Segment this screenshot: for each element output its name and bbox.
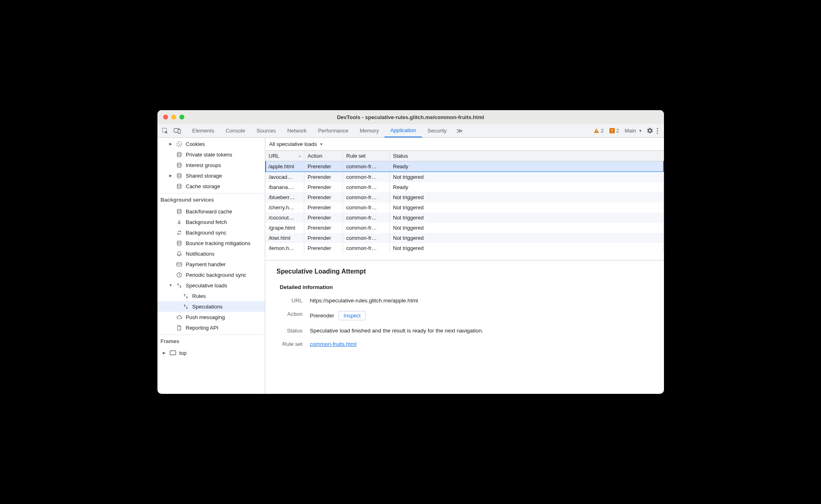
cell-ruleset: common-fr… bbox=[343, 223, 390, 233]
table-row[interactable]: /blueberr…Prerendercommon-fr…Not trigger… bbox=[266, 192, 664, 202]
speculations-panel: All speculative loads ▼ URL Action Rule … bbox=[265, 138, 664, 394]
cell-ruleset: common-fr… bbox=[343, 172, 390, 182]
cell-ruleset: common-fr… bbox=[343, 192, 390, 202]
cell-action: Prerender bbox=[304, 202, 343, 213]
devtools-window: DevTools - speculative-rules.glitch.me/c… bbox=[157, 110, 664, 394]
tab-elements[interactable]: Elements bbox=[187, 124, 220, 137]
sidebar-category: Background services bbox=[157, 193, 265, 206]
frame-icon bbox=[170, 350, 176, 356]
svg-rect-3 bbox=[596, 130, 596, 131]
clock-icon bbox=[176, 272, 183, 278]
cell-status: Not triggered bbox=[390, 243, 664, 253]
chevron-down-icon: ▼ bbox=[639, 129, 642, 133]
warnings-badge[interactable]: 2 bbox=[594, 128, 604, 134]
svg-point-15 bbox=[177, 152, 181, 154]
col-header-ruleset[interactable]: Rule set bbox=[343, 151, 390, 161]
cell-action: Prerender bbox=[304, 172, 343, 182]
filter-bar[interactable]: All speculative loads ▼ bbox=[265, 138, 664, 151]
cell-action: Prerender bbox=[304, 182, 343, 192]
col-header-status[interactable]: Status bbox=[390, 151, 664, 161]
sidebar-item[interactable]: Notifications bbox=[157, 248, 265, 259]
cell-status: Not triggered bbox=[390, 202, 664, 213]
sidebar-item-label: Interest groups bbox=[186, 162, 221, 168]
sidebar-item[interactable]: Background sync bbox=[157, 227, 265, 238]
sidebar-item[interactable]: Private state tokens bbox=[157, 149, 265, 160]
sidebar-item[interactable]: Interest groups bbox=[157, 160, 265, 170]
issues-badge[interactable]: 2 bbox=[609, 128, 619, 134]
sidebar-item[interactable]: Back/forward cache bbox=[157, 206, 265, 217]
sidebar-item[interactable]: Speculations bbox=[157, 301, 265, 312]
db-icon bbox=[176, 240, 183, 246]
tabs-overflow-icon[interactable]: ≫ bbox=[452, 124, 467, 137]
sidebar-item[interactable]: Rules bbox=[157, 291, 265, 301]
svg-point-20 bbox=[177, 241, 181, 242]
sidebar-item-label: Background fetch bbox=[186, 219, 227, 225]
cell-url: /banana.… bbox=[266, 182, 304, 192]
cell-action: Prerender bbox=[304, 192, 343, 202]
svg-point-19 bbox=[177, 209, 181, 211]
device-toolbar-icon[interactable] bbox=[171, 125, 183, 137]
tab-performance[interactable]: Performance bbox=[312, 124, 354, 137]
detail-url-value: https://speculative-rules.glitch.me/appl… bbox=[310, 298, 653, 304]
sidebar-item[interactable]: ▶top bbox=[157, 348, 265, 358]
sidebar-item[interactable]: Payment handler bbox=[157, 259, 265, 269]
application-sidebar: ▶CookiesPrivate state tokensInterest gro… bbox=[157, 138, 265, 394]
cell-url: /apple.html bbox=[266, 161, 304, 172]
issue-icon bbox=[609, 128, 615, 133]
cell-url: /avocad… bbox=[266, 172, 304, 182]
panel-tabs: Elements Console Sources Network Perform… bbox=[187, 124, 467, 137]
svg-point-14 bbox=[179, 145, 179, 146]
sidebar-item[interactable]: ▶Shared storage bbox=[157, 170, 265, 181]
sidebar-item-label: Rules bbox=[192, 293, 206, 299]
detail-ruleset-link[interactable]: common-fruits.html bbox=[310, 341, 357, 347]
inspect-element-icon[interactable] bbox=[159, 125, 171, 137]
svg-point-16 bbox=[177, 163, 181, 164]
tab-console[interactable]: Console bbox=[220, 124, 251, 137]
sidebar-item[interactable]: Cache storage bbox=[157, 181, 265, 191]
col-header-action[interactable]: Action bbox=[304, 151, 343, 161]
cell-status: Not triggered bbox=[390, 223, 664, 233]
warning-icon bbox=[594, 128, 599, 134]
devtools-toolbar: Elements Console Sources Network Perform… bbox=[157, 124, 664, 138]
sidebar-item[interactable]: Bounce tracking mitigations bbox=[157, 238, 265, 248]
col-header-url[interactable]: URL bbox=[266, 151, 304, 161]
inspect-button[interactable]: Inspect bbox=[338, 311, 366, 320]
sidebar-item-label: Payment handler bbox=[186, 261, 226, 267]
more-menu-icon[interactable] bbox=[657, 128, 658, 134]
bell-icon bbox=[176, 250, 183, 257]
detail-action-value: Prerender bbox=[310, 313, 334, 319]
tab-memory[interactable]: Memory bbox=[354, 124, 384, 137]
context-selector[interactable]: Main ▼ bbox=[624, 128, 642, 134]
sidebar-item[interactable]: Push messaging bbox=[157, 312, 265, 322]
table-row[interactable]: /kiwi.htmlPrerendercommon-fr…Not trigger… bbox=[266, 233, 664, 243]
table-row[interactable]: /cherry.h…Prerendercommon-fr…Not trigger… bbox=[266, 202, 664, 213]
sidebar-item-label: Push messaging bbox=[186, 314, 225, 320]
sidebar-item-label: Notifications bbox=[186, 251, 215, 257]
tab-security[interactable]: Security bbox=[422, 124, 452, 137]
fetch-icon bbox=[176, 219, 183, 225]
table-row[interactable]: /lemon.h…Prerendercommon-fr…Not triggere… bbox=[266, 243, 664, 253]
table-row[interactable]: /banana.…Prerendercommon-fr…Ready bbox=[266, 182, 664, 192]
sidebar-item[interactable]: Background fetch bbox=[157, 217, 265, 227]
sidebar-item[interactable]: Periodic background sync bbox=[157, 269, 265, 280]
tab-sources[interactable]: Sources bbox=[251, 124, 282, 137]
table-row[interactable]: /apple.htmlPrerendercommon-fr…Ready bbox=[266, 161, 664, 172]
table-row[interactable]: /avocad…Prerendercommon-fr…Not triggered bbox=[266, 172, 664, 182]
svg-rect-4 bbox=[596, 132, 596, 132]
cell-action: Prerender bbox=[304, 223, 343, 233]
cell-ruleset: common-fr… bbox=[343, 213, 390, 223]
tab-application[interactable]: Application bbox=[384, 124, 422, 137]
sidebar-item[interactable]: ▼Speculative loads bbox=[157, 280, 265, 291]
table-row[interactable]: /coconut…Prerendercommon-fr…Not triggere… bbox=[266, 213, 664, 223]
sidebar-item[interactable]: Reporting API bbox=[157, 322, 265, 333]
sidebar-item-label: Reporting API bbox=[186, 325, 218, 331]
table-row[interactable]: /grape.htmlPrerendercommon-fr…Not trigge… bbox=[266, 223, 664, 233]
sidebar-item-label: Bounce tracking mitigations bbox=[186, 240, 251, 246]
tab-network[interactable]: Network bbox=[282, 124, 312, 137]
sidebar-item[interactable]: ▶Cookies bbox=[157, 139, 265, 149]
svg-point-13 bbox=[179, 144, 180, 145]
settings-icon[interactable] bbox=[646, 127, 653, 134]
sync-icon bbox=[176, 229, 183, 236]
updown-icon bbox=[183, 303, 189, 310]
cell-action: Prerender bbox=[304, 213, 343, 223]
